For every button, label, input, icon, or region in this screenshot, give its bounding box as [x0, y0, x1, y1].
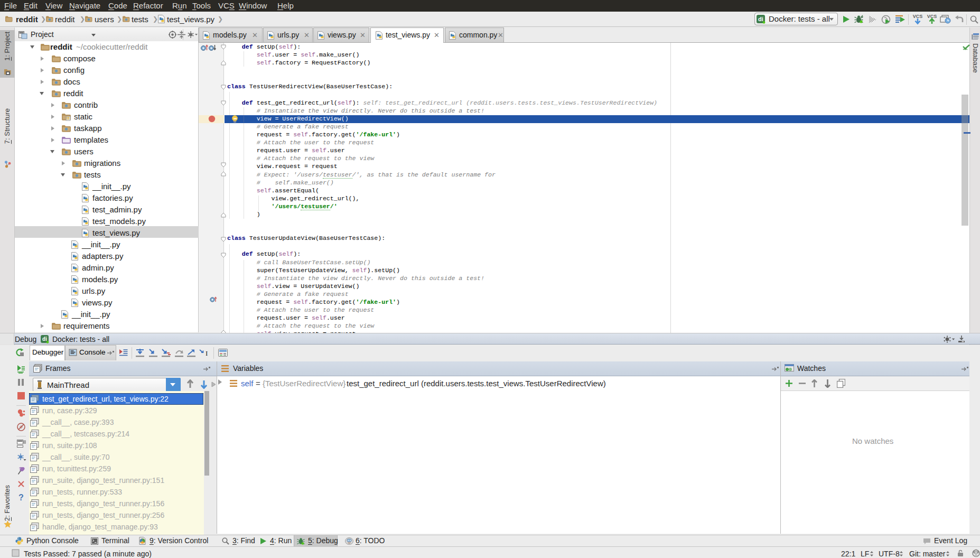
svg-text:di: di	[42, 336, 47, 342]
svg-text:I: I	[206, 349, 208, 357]
svg-text:?: ?	[18, 493, 24, 501]
svg-text:VCS: VCS	[913, 14, 923, 19]
svg-text:di: di	[758, 16, 763, 22]
